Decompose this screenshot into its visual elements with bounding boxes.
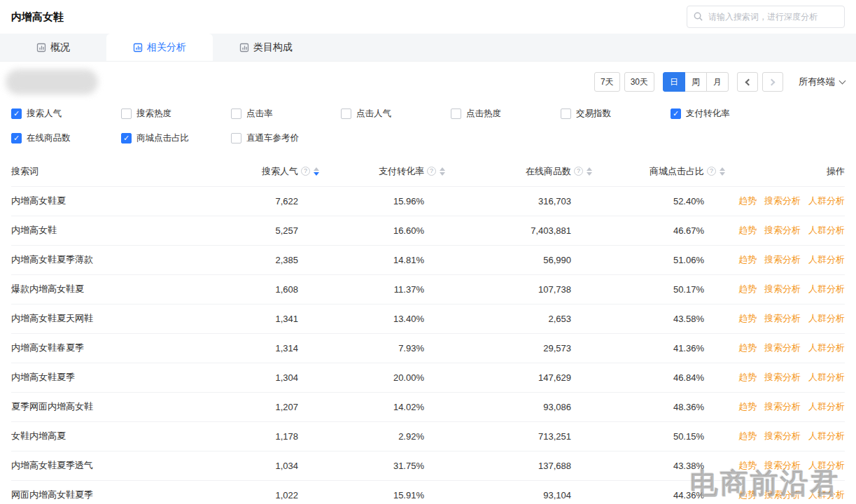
tab-bar: 概况 相关分析 类目构成 (0, 34, 856, 62)
tab-overview[interactable]: 概况 (0, 34, 106, 61)
info-icon[interactable]: ? (301, 167, 310, 176)
checkbox-box[interactable] (231, 133, 241, 144)
products-cell: 713,251 (445, 421, 592, 451)
action-link-1[interactable]: 搜索分析 (764, 225, 801, 235)
action-link-1[interactable]: 搜索分析 (764, 401, 801, 412)
range-30d-button[interactable]: 30天 (624, 72, 654, 92)
conversion-cell: 20.00% (319, 363, 445, 392)
action-link-1[interactable]: 搜索分析 (764, 342, 801, 353)
granularity-week-button[interactable]: 周 (685, 72, 707, 92)
search-input[interactable] (687, 6, 845, 28)
search-box[interactable] (687, 6, 845, 28)
col-conversion-rate[interactable]: 支付转化率? (319, 157, 445, 186)
action-link-0[interactable]: 趋势 (738, 284, 757, 294)
keyword-table: 搜索词 搜索人气? 支付转化率? 在线商品数? 商城点击占比? 操作 (11, 157, 845, 504)
checkbox-box[interactable] (341, 108, 351, 119)
col-online-products[interactable]: 在线商品数? (445, 157, 592, 186)
col-search-popularity[interactable]: 搜索人气? (221, 157, 319, 186)
tab-related-analysis[interactable]: 相关分析 (106, 34, 213, 61)
action-link-0[interactable]: 趋势 (738, 372, 757, 382)
action-link-1[interactable]: 搜索分析 (764, 430, 801, 441)
col-mall-click-ratio[interactable]: 商城点击占比? (592, 157, 725, 186)
sort-icon[interactable] (440, 167, 445, 176)
table-body: 内增高女鞋夏7,62215.96%316,70352.40%趋势搜索分析人群分析… (11, 186, 845, 504)
action-link-2[interactable]: 人群分析 (808, 313, 845, 323)
action-link-2[interactable]: 人群分析 (808, 195, 845, 206)
action-link-0[interactable]: 趋势 (738, 225, 757, 235)
action-link-1[interactable]: 搜索分析 (764, 313, 801, 323)
filter-checkbox-row1-1[interactable]: 搜索热度 (121, 108, 231, 120)
action-link-0[interactable]: 趋势 (738, 430, 757, 441)
action-link-0[interactable]: 趋势 (738, 489, 757, 500)
mall-ratio-cell: 46.67% (592, 216, 725, 245)
action-link-2[interactable]: 人群分析 (808, 254, 845, 265)
search-icon (693, 11, 703, 22)
filter-checkbox-row2-2[interactable]: 直通车参考价 (231, 132, 341, 144)
action-link-1[interactable]: 搜索分析 (764, 254, 801, 265)
action-link-1[interactable]: 搜索分析 (764, 489, 801, 500)
popularity-cell: 1,022 (221, 480, 319, 504)
mall-ratio-cell: 43.58% (592, 304, 725, 333)
mall-ratio-cell: 51.06% (592, 245, 725, 274)
action-link-2[interactable]: 人群分析 (808, 284, 845, 294)
products-cell: 93,104 (445, 480, 592, 504)
action-link-0[interactable]: 趋势 (738, 195, 757, 206)
checkbox-box[interactable]: ✓ (121, 133, 132, 144)
info-icon[interactable]: ? (707, 167, 716, 176)
info-icon[interactable]: ? (574, 167, 583, 176)
action-link-1[interactable]: 搜索分析 (764, 460, 801, 470)
info-icon[interactable]: ? (427, 167, 436, 176)
action-link-0[interactable]: 趋势 (738, 313, 757, 323)
products-cell: 316,703 (445, 186, 592, 216)
terminal-dropdown[interactable]: 所有终端 (799, 76, 845, 88)
filter-checkbox-row1-0[interactable]: ✓搜索人气 (11, 108, 121, 120)
sort-icon[interactable] (720, 167, 725, 176)
action-link-2[interactable]: 人群分析 (808, 489, 845, 500)
tab-category-composition[interactable]: 类目构成 (213, 34, 319, 61)
range-7d-button[interactable]: 7天 (594, 72, 620, 92)
action-link-0[interactable]: 趋势 (738, 460, 757, 470)
checkbox-box[interactable]: ✓ (671, 108, 681, 119)
sort-icon[interactable] (314, 167, 319, 176)
action-link-2[interactable]: 人群分析 (808, 460, 845, 470)
filter-checkbox-row2-0[interactable]: ✓在线商品数 (11, 132, 121, 144)
actions-cell: 趋势搜索分析人群分析 (725, 245, 845, 274)
granularity-month-button[interactable]: 月 (706, 72, 729, 92)
action-link-2[interactable]: 人群分析 (808, 225, 845, 235)
filter-checkbox-row1-3[interactable]: 点击人气 (341, 108, 451, 120)
checkbox-box[interactable] (121, 108, 132, 119)
action-link-0[interactable]: 趋势 (738, 254, 757, 265)
filter-checkbox-row1-4[interactable]: 点击热度 (451, 108, 561, 120)
sort-icon[interactable] (587, 167, 592, 176)
action-link-1[interactable]: 搜索分析 (764, 195, 801, 206)
action-link-1[interactable]: 搜索分析 (764, 284, 801, 294)
action-link-0[interactable]: 趋势 (738, 401, 757, 412)
action-link-2[interactable]: 人群分析 (808, 401, 845, 412)
filter-checkbox-row1-2[interactable]: 点击率 (231, 108, 341, 120)
table-row: 内增高女鞋夏季透气1,03431.75%137,68843.38%趋势搜索分析人… (11, 451, 845, 480)
action-link-2[interactable]: 人群分析 (808, 372, 845, 382)
popularity-cell: 1,341 (221, 304, 319, 333)
checkbox-box[interactable] (451, 108, 461, 119)
keyword-cell: 内增高女鞋春夏季 (11, 333, 221, 363)
granularity-day-button[interactable]: 日 (663, 72, 685, 92)
filter-checkbox-row2-1[interactable]: ✓商城点击占比 (121, 132, 231, 144)
checkbox-box[interactable] (561, 108, 571, 119)
popularity-cell: 7,622 (221, 186, 319, 216)
action-link-2[interactable]: 人群分析 (808, 342, 845, 353)
action-link-1[interactable]: 搜索分析 (764, 372, 801, 382)
filter-checkbox-row1-5[interactable]: 交易指数 (561, 108, 671, 120)
action-link-2[interactable]: 人群分析 (808, 430, 845, 441)
filter-checkbox-row1-6[interactable]: ✓支付转化率 (671, 108, 780, 120)
action-link-0[interactable]: 趋势 (738, 342, 757, 353)
keyword-cell: 内增高女鞋夏天网鞋 (11, 304, 221, 333)
products-cell: 56,990 (445, 245, 592, 274)
prev-period-button[interactable] (737, 72, 758, 92)
chevron-left-icon (745, 78, 752, 85)
checkbox-box[interactable]: ✓ (11, 133, 22, 144)
next-period-button[interactable] (762, 72, 783, 92)
tab-label: 类目构成 (253, 41, 293, 54)
col-keyword: 搜索词 (11, 157, 221, 186)
checkbox-box[interactable] (231, 108, 241, 119)
checkbox-box[interactable]: ✓ (11, 108, 22, 119)
